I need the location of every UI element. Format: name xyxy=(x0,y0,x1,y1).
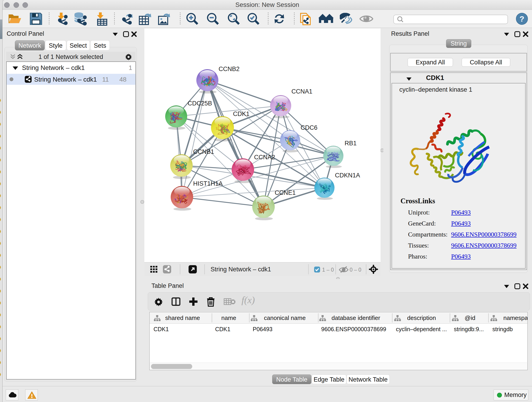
svg-text:?: ? xyxy=(520,14,525,23)
svg-text:RB1: RB1 xyxy=(345,140,357,147)
svg-text:CDKN1A: CDKN1A xyxy=(335,172,360,179)
svg-text:CDC6: CDC6 xyxy=(301,124,317,131)
svg-text:CDC25B: CDC25B xyxy=(188,100,212,107)
svg-text:CCNA1: CCNA1 xyxy=(291,88,312,95)
svg-text:CCNB1: CCNB1 xyxy=(193,148,214,155)
svg-text:CDK1: CDK1 xyxy=(233,110,249,117)
svg-text:CCNE1: CCNE1 xyxy=(275,189,296,196)
svg-text:HIST1H1A: HIST1H1A xyxy=(193,180,223,187)
svg-text:CCNB2: CCNB2 xyxy=(219,65,240,72)
svg-text:CCNA2: CCNA2 xyxy=(254,154,275,161)
